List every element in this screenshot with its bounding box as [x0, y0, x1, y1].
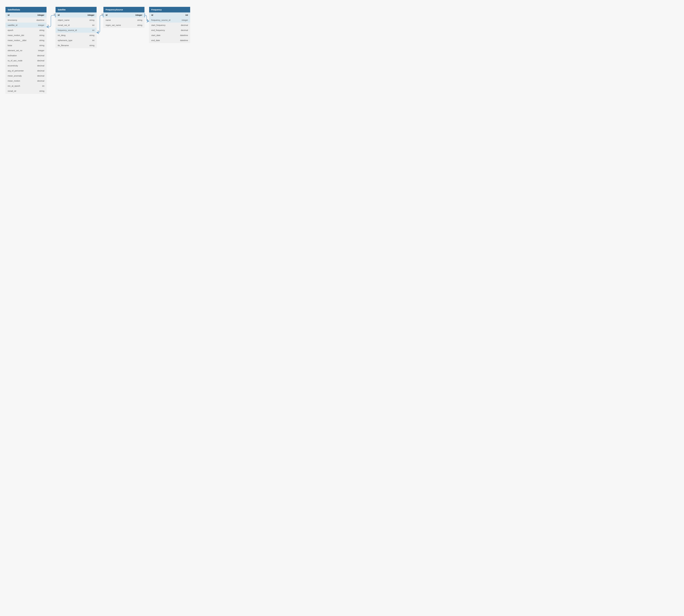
entity-frequencysource: FrequencySourceidintegernamestringregex_… [104, 7, 144, 28]
column-name: timestamp [8, 19, 17, 21]
column-type: int [185, 14, 188, 16]
column-name: inclination [8, 54, 17, 57]
column-row: tle_filenamestring [55, 43, 97, 48]
column-type: decimal [181, 29, 188, 31]
column-row: bstarstring [5, 43, 46, 48]
column-row: mean_motion_dotstring [5, 33, 46, 38]
column-name: id [151, 14, 153, 16]
entity-satellite: Satelliteidintegerobject_namestringnorad… [55, 7, 97, 48]
entity-header: SatelliteData [5, 7, 46, 13]
column-row: arg_of_pericenterdecimal [5, 68, 46, 73]
column-row: end_datedatetime [149, 38, 190, 43]
column-name: frequency_source_id [58, 29, 77, 31]
column-type: int [42, 85, 44, 87]
column-type: decimal [37, 60, 44, 62]
entity-header: Frequency [149, 7, 190, 13]
column-row: rev_at_epochint [5, 83, 46, 88]
column-name: tle_filename [58, 44, 69, 47]
column-type: integer [135, 14, 142, 16]
column-type: string [137, 24, 142, 26]
entity-satellitedata: SatelliteDataidintegertimestampdatetimes… [5, 7, 46, 93]
column-row: satellite_idinteger [5, 23, 46, 28]
column-row: element_set_nointeger [5, 48, 46, 53]
column-row: timestampdatetime [5, 18, 46, 23]
column-row: start_datedatetime [149, 33, 190, 38]
column-type: integer [38, 24, 44, 26]
column-type: decimal [37, 64, 44, 67]
column-name: mean_motion_dot [8, 34, 24, 37]
column-row: eccentricitydecimal [5, 63, 46, 68]
column-name: frequency_source_id [151, 19, 170, 21]
column-name: element_set_no [8, 49, 22, 51]
column-name: end_date [151, 39, 160, 42]
relation-frequencysource-to-frequency [144, 15, 149, 21]
column-type: string [89, 34, 94, 37]
column-row: norad_strstring [5, 88, 46, 93]
column-row: mean_anomalydecimal [5, 73, 46, 78]
column-name: mean_anomaly [8, 74, 22, 77]
column-type: decimal [37, 54, 44, 57]
entity-header: FrequencySource [104, 7, 144, 13]
column-type: int [92, 24, 94, 26]
column-type: string [39, 39, 44, 42]
entity-frequency: Frequencyidintfrequency_source_idinteger… [149, 7, 190, 43]
column-name: arg_of_pericenter [8, 69, 24, 72]
column-type: datetime [37, 19, 44, 21]
column-row: idinteger [5, 13, 46, 18]
column-type: integer [88, 14, 94, 16]
column-row: object_namestring [55, 18, 97, 23]
column-name: start_date [151, 34, 160, 37]
column-type: decimal [37, 80, 44, 82]
column-name: object_name [58, 19, 69, 21]
column-row: frequency_source_idint [55, 28, 97, 33]
column-type: string [39, 29, 44, 31]
cardinality-label: 1 [101, 13, 102, 16]
column-row: epochstring [5, 28, 46, 33]
column-row: namestring [104, 18, 144, 23]
column-type: string [137, 19, 142, 21]
column-name: epoch [8, 29, 13, 31]
column-row: start_frequencydecimal [149, 23, 190, 28]
column-type: datetime [180, 39, 188, 42]
column-name: bstar [8, 44, 12, 47]
column-name: mean_motion [8, 80, 20, 82]
column-name: end_frequency [151, 29, 165, 31]
column-row: mean_motion__ddotstring [5, 38, 46, 43]
cardinality-label: 1 [54, 13, 55, 16]
column-type: integer [38, 49, 44, 51]
column-name: regex_sat_name [106, 24, 121, 26]
column-name: name [106, 19, 111, 21]
column-type: int [92, 39, 94, 42]
column-name: satellite_id [8, 24, 17, 26]
column-name: ephemeris_type [58, 39, 72, 42]
column-type: decimal [181, 24, 188, 26]
column-row: idinteger [104, 13, 144, 18]
column-row: norad_cat_idint [55, 23, 97, 28]
column-type: integer [182, 19, 188, 21]
column-row: idinteger [55, 13, 97, 18]
column-row: ephemeris_typeint [55, 38, 97, 43]
column-name: eccentricity [8, 64, 18, 67]
column-type: string [39, 90, 44, 92]
column-type: string [89, 19, 94, 21]
column-type: decimal [37, 69, 44, 72]
column-name: start_frequency [151, 24, 165, 26]
entity-header: Satellite [55, 7, 97, 13]
cardinality-label: * [147, 19, 148, 21]
column-row: end_frequencydecimal [149, 28, 190, 33]
column-name: ra_of_asc_node [8, 60, 22, 62]
column-row: int_desgstring [55, 33, 97, 38]
column-name: int_desg [58, 34, 66, 37]
column-type: integer [38, 14, 44, 16]
column-name: norad_cat_id [58, 24, 70, 26]
column-type: string [89, 44, 94, 47]
column-name: mean_motion__ddot [8, 39, 26, 42]
column-type: string [39, 34, 44, 37]
column-name: norad_str [8, 90, 16, 92]
cardinality-label: * [48, 24, 48, 26]
column-name: rev_at_epoch [8, 85, 20, 87]
column-type: string [39, 44, 44, 47]
cardinality-label: * [98, 30, 98, 32]
column-type: int [92, 29, 94, 31]
column-row: mean_motiondecimal [5, 78, 46, 83]
